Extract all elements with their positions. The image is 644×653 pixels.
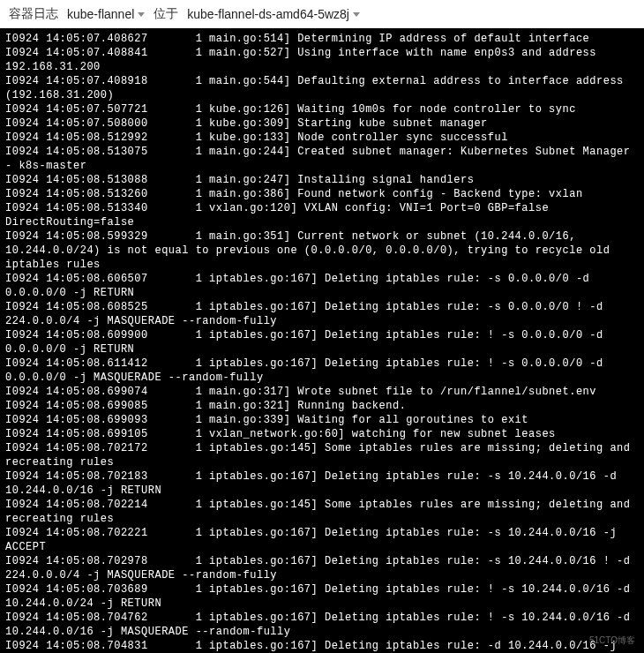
log-text: I0924 14:05:07.408627 1 main.go:514] Det…	[5, 33, 637, 653]
watermark-label: 51CTO博客	[589, 634, 635, 648]
pod-dropdown-value: kube-flannel-ds-amd64-5wz8j	[187, 7, 349, 21]
header-title-label: 容器日志	[9, 6, 58, 22]
container-dropdown[interactable]: kube-flannel	[64, 5, 148, 23]
pod-dropdown[interactable]: kube-flannel-ds-amd64-5wz8j	[183, 5, 363, 23]
chevron-down-icon	[353, 12, 360, 17]
log-output[interactable]: I0924 14:05:07.408627 1 main.go:514] Det…	[0, 28, 644, 653]
chevron-down-icon	[138, 12, 145, 17]
container-dropdown-value: kube-flannel	[67, 7, 134, 21]
location-label: 位于	[154, 6, 178, 22]
log-header: 容器日志 kube-flannel 位于 kube-flannel-ds-amd…	[0, 0, 644, 28]
